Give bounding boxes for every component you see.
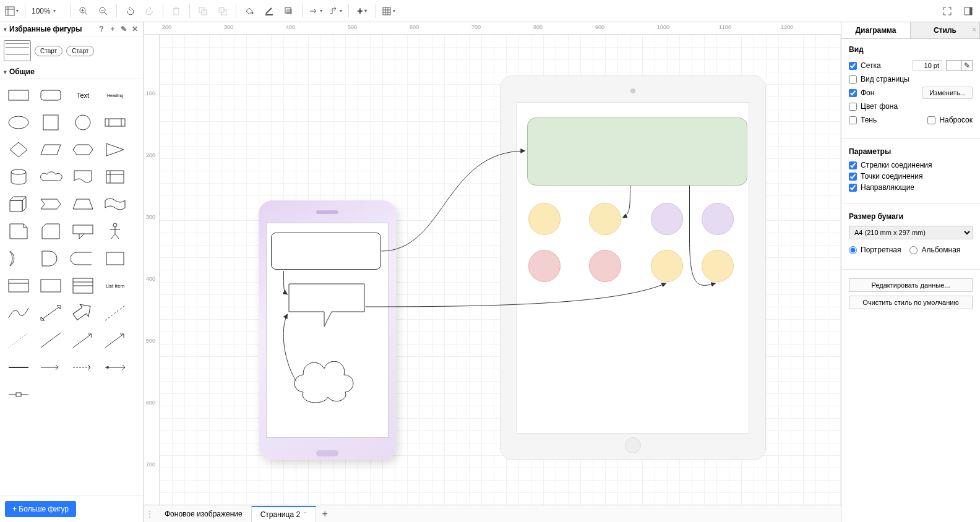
tab-page-2[interactable]: Страница 2 ˄ <box>252 506 316 523</box>
shape-text[interactable]: Text <box>68 83 98 108</box>
shape-callout[interactable] <box>68 219 98 244</box>
tab-background-image[interactable]: Фоновое изображение <box>156 505 252 522</box>
shape-thick-arrow[interactable] <box>68 301 98 325</box>
shape-cube[interactable] <box>4 192 33 216</box>
to-back-button[interactable] <box>213 2 232 20</box>
chk-page-view[interactable]: Вид страницы <box>849 75 973 83</box>
chk-sketch[interactable]: Набросок <box>927 116 973 124</box>
shape-dotted[interactable] <box>4 328 33 353</box>
shape-conn-3[interactable] <box>68 355 98 380</box>
shape-curve[interactable] <box>4 301 33 325</box>
chk-grid[interactable]: Сетка <box>849 61 881 70</box>
shape-dashed[interactable] <box>100 301 130 325</box>
chk-shadow[interactable]: Тень <box>849 116 877 124</box>
shape-rectangle[interactable] <box>4 83 33 108</box>
circle-r1-3[interactable] <box>651 203 683 235</box>
shape-line[interactable] <box>36 328 66 353</box>
shape-datastore[interactable] <box>68 246 98 271</box>
shape-arrow-line-2[interactable] <box>100 328 130 353</box>
zoom-out-button[interactable] <box>94 2 113 20</box>
shape-bidir-arrow[interactable] <box>36 301 66 325</box>
format-panel-toggle[interactable] <box>959 2 978 20</box>
circle-r2-3[interactable] <box>651 250 683 282</box>
grid-color-swatch[interactable] <box>946 60 962 71</box>
paper-size-select[interactable]: A4 (210 mm x 297 mm) <box>849 226 973 239</box>
phone-box-1[interactable] <box>271 233 381 270</box>
shape-parallelogram[interactable] <box>36 137 66 162</box>
right-panel-close-icon[interactable]: × <box>972 25 976 34</box>
shape-and[interactable] <box>36 246 66 271</box>
shape-tape[interactable] <box>100 192 130 216</box>
shape-trapezoid[interactable] <box>68 192 98 216</box>
clear-style-button[interactable]: Очистить стиль по умолчанию <box>849 296 973 309</box>
favorites-close-icon[interactable]: ✕ <box>131 25 139 33</box>
shape-internal-storage[interactable] <box>100 165 130 189</box>
shape-cylinder[interactable] <box>4 165 33 189</box>
shape-cloud[interactable] <box>36 165 66 189</box>
fav-start-2[interactable]: Старт <box>66 46 94 56</box>
shadow-button[interactable] <box>280 2 298 20</box>
zoom-select[interactable]: 100%▾ <box>29 7 66 15</box>
fullscreen-button[interactable] <box>938 2 956 20</box>
layout-button[interactable] <box>2 2 21 20</box>
shape-diamond[interactable] <box>4 137 33 162</box>
chk-conn-arrows[interactable]: Стрелки соединения <box>849 161 973 169</box>
grid-size-input[interactable] <box>913 60 942 71</box>
fav-mockup-shape[interactable] <box>4 40 31 61</box>
chk-bg-color[interactable]: Цвет фона <box>849 102 973 111</box>
shape-hexagon[interactable] <box>68 137 98 162</box>
circle-r1-1[interactable] <box>528 203 561 235</box>
shape-triangle[interactable] <box>100 137 130 162</box>
add-page-button[interactable]: + <box>316 508 333 520</box>
zoom-in-button[interactable] <box>74 2 93 20</box>
chk-conn-points[interactable]: Точки соединения <box>849 172 973 181</box>
shape-link[interactable] <box>4 382 33 407</box>
circle-r2-1[interactable] <box>528 250 561 282</box>
shape-rounded-rect[interactable] <box>36 83 66 108</box>
right-tab-diagram[interactable]: Диаграмма <box>841 22 911 38</box>
shape-actor[interactable] <box>100 219 130 244</box>
canvas[interactable] <box>160 35 841 505</box>
undo-button[interactable] <box>121 2 139 20</box>
general-header[interactable]: Общие <box>0 65 143 79</box>
more-shapes-button[interactable]: + Больше фигур <box>5 501 76 517</box>
shape-process[interactable] <box>100 110 130 135</box>
phone-cloud[interactable] <box>291 361 359 404</box>
radio-portrait[interactable]: Портретная <box>849 246 901 254</box>
favorites-help-icon[interactable]: ? <box>97 25 106 33</box>
shape-list-item[interactable]: List Item <box>100 273 130 298</box>
change-background-button[interactable]: Изменить... <box>922 87 973 99</box>
waypoint-style-button[interactable] <box>326 2 345 20</box>
connection-style-button[interactable] <box>306 2 325 20</box>
circle-r1-2[interactable] <box>589 203 621 235</box>
redo-button[interactable] <box>140 2 159 20</box>
shape-heading[interactable]: Heading <box>100 83 130 108</box>
shape-circle[interactable] <box>68 110 98 135</box>
shape-conn-2[interactable] <box>36 355 66 380</box>
right-tab-style[interactable]: Стиль <box>911 22 980 38</box>
line-color-button[interactable] <box>260 2 278 20</box>
shape-arrow-line[interactable] <box>68 328 98 353</box>
favorites-add-icon[interactable]: + <box>108 25 117 33</box>
tab-menu-caret-icon[interactable]: ˄ <box>304 511 307 518</box>
shape-conn-4[interactable] <box>100 355 130 380</box>
shape-list[interactable] <box>68 273 98 298</box>
chk-guides[interactable]: Направляющие <box>849 183 973 192</box>
shape-ellipse[interactable] <box>4 110 33 135</box>
circle-r2-4[interactable] <box>702 250 734 282</box>
fill-color-button[interactable] <box>240 2 259 20</box>
phone-callout[interactable] <box>288 283 365 328</box>
favorites-edit-icon[interactable]: ✎ <box>119 25 128 33</box>
shape-card[interactable] <box>36 219 66 244</box>
tabs-drag-handle[interactable]: ⋮ <box>144 510 156 518</box>
shape-conn-1[interactable] <box>4 355 33 380</box>
grid-color-picker-icon[interactable]: ✎ <box>962 60 973 71</box>
favorites-header[interactable]: Избранные фигуры ? + ✎ ✕ <box>0 22 143 36</box>
table-button[interactable] <box>379 2 398 20</box>
shape-or[interactable] <box>4 246 33 271</box>
insert-button[interactable]: + <box>353 2 371 20</box>
tablet-green-box[interactable] <box>527 118 747 186</box>
fav-start-1[interactable]: Старт <box>35 46 62 56</box>
circle-r1-4[interactable] <box>702 203 734 235</box>
delete-button[interactable] <box>167 2 186 20</box>
